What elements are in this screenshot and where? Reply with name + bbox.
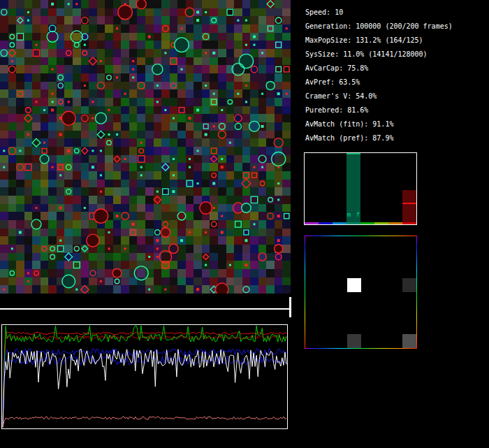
stat-av-pref: AvPref: 63.5% — [305, 75, 473, 89]
population-bar-marker-line — [402, 203, 416, 204]
matrix-cell — [347, 334, 361, 348]
male-female-label: m f — [346, 211, 360, 218]
simulation-window: Speed: 10 Generation: 100000 (200/200 fr… — [0, 0, 489, 448]
stat-max-pop-size: MaxPopSize: 131.2% (164/125) — [305, 34, 473, 48]
hue-strip-segment — [333, 222, 346, 224]
hue-strip-segment — [319, 222, 333, 224]
world-grid-canvas — [0, 0, 291, 294]
history-chart-canvas — [2, 325, 287, 428]
stat-purebred: Purebred: 81.6% — [305, 103, 473, 117]
stat-cramers-v: Cramer's V: 54.0% — [305, 89, 473, 103]
world-grid[interactable] — [0, 0, 291, 294]
stats-panel: Speed: 10 Generation: 100000 (200/200 fr… — [305, 6, 473, 145]
frame-progress-handle[interactable] — [289, 297, 291, 317]
preference-matrix — [305, 236, 417, 349]
population-bar-cap — [346, 153, 360, 154]
stat-av-match-pref: AvMatch (pref): 87.9% — [305, 131, 473, 145]
hue-strip-segment — [360, 222, 374, 224]
history-chart — [1, 324, 288, 429]
hue-strip-segment — [305, 222, 319, 224]
population-histogram-plot: m f — [305, 153, 416, 224]
frame-progress-track[interactable] — [0, 308, 291, 310]
population-histogram: m f — [304, 152, 417, 225]
stat-av-match-fitn: AvMatch (fitn): 91.1% — [305, 117, 473, 131]
stat-generation: Generation: 100000 (200/200 frames) — [305, 20, 473, 34]
hue-strip-segment — [374, 222, 388, 224]
hue-strip-segment — [388, 222, 402, 224]
population-bar — [402, 190, 416, 222]
stat-sys-size: SysSize: 11.0% (14141/128000) — [305, 48, 473, 62]
matrix-hue-axis-border — [416, 236, 417, 349]
stat-speed: Speed: 10 — [305, 6, 473, 20]
matrix-cell — [402, 334, 416, 348]
stat-av-car-cap: AvCarCap: 75.8% — [305, 62, 473, 75]
hue-strip-segment — [346, 222, 360, 224]
matrix-cell — [347, 278, 361, 292]
matrix-hue-axis-border — [305, 236, 417, 236]
matrix-cell — [402, 278, 416, 292]
matrix-hue-axis-border — [305, 236, 305, 349]
matrix-hue-axis-border — [305, 348, 417, 349]
hue-strip-segment — [402, 222, 416, 224]
